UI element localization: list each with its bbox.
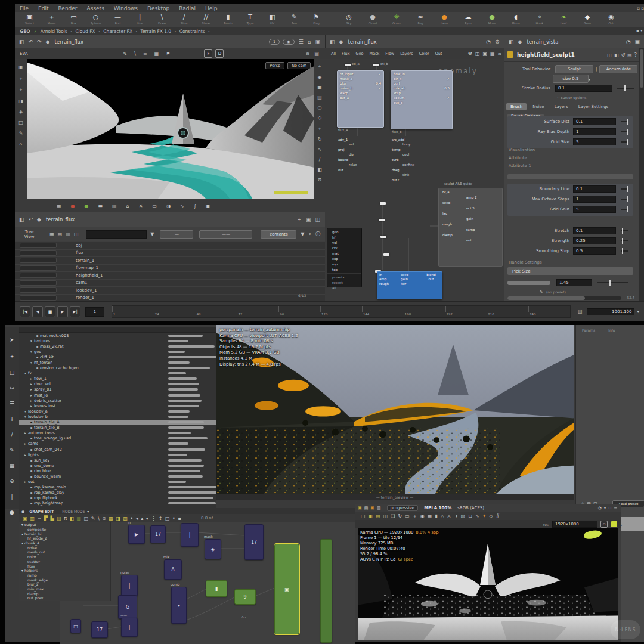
graph-node[interactable]: ▮ bbox=[206, 580, 227, 597]
network-node[interactable]: proj bbox=[337, 146, 379, 151]
graph-tree-row[interactable]: mesh_out bbox=[19, 550, 110, 555]
shelf-tool[interactable]: ▭ Box bbox=[63, 14, 85, 25]
menu-item[interactable]: File bbox=[20, 5, 29, 11]
network-box-node[interactable]: warp bbox=[338, 90, 383, 95]
pane-header-icon[interactable]: ⚙ bbox=[495, 39, 500, 45]
outliner-row[interactable]: ▸ out bbox=[19, 479, 216, 485]
network-box-node[interactable]: out_a bbox=[338, 95, 383, 100]
viewport-state-icon[interactable]: ◑ bbox=[166, 203, 171, 209]
display-option-icon[interactable]: ＋ bbox=[317, 125, 322, 132]
param-field[interactable]: 1 bbox=[573, 128, 616, 135]
graph-tool-icon[interactable]: ▛ bbox=[44, 516, 48, 521]
network-node[interactable]: lac bbox=[439, 210, 502, 215]
size-dropdown[interactable]: size 0.5 bbox=[553, 75, 589, 83]
network-node[interactable]: bound bbox=[337, 156, 379, 162]
tree-filter-input[interactable] bbox=[86, 230, 147, 239]
render-tool-icon[interactable]: ◬ bbox=[447, 513, 451, 519]
tree-row[interactable]: terrain_1 bbox=[15, 256, 325, 264]
param-header-icon[interactable]: ▤ bbox=[627, 52, 632, 58]
viewport-state-icon[interactable]: ● bbox=[85, 203, 89, 209]
graph-tree-row[interactable]: hf_erode_2 bbox=[19, 536, 110, 541]
pane-header-icon[interactable]: ◧ bbox=[509, 39, 514, 45]
render-header-icon[interactable]: ≡ bbox=[614, 506, 617, 510]
outliner-row[interactable]: ▪ rop_karma_clay bbox=[19, 490, 216, 496]
network-node[interactable]: rv_a bbox=[439, 188, 502, 194]
network-tab[interactable]: Out bbox=[435, 51, 442, 56]
tree-row[interactable]: heightfield_1 bbox=[15, 271, 325, 279]
outliner-row[interactable]: ▪ shot_cam_042 bbox=[19, 447, 216, 452]
render-tool-icon[interactable]: ✦ bbox=[482, 513, 487, 519]
pane-header-icon[interactable]: ⌂ bbox=[308, 39, 311, 45]
tool-icon[interactable]: ● bbox=[5, 509, 19, 515]
graph-node[interactable]: ◈ mask bbox=[205, 539, 221, 559]
param-slider[interactable] bbox=[621, 240, 628, 242]
render-tool-icon[interactable]: ▮ bbox=[435, 513, 437, 519]
param-tab[interactable]: Layer Settings bbox=[574, 103, 612, 110]
render-header-icon[interactable]: ▥ bbox=[377, 506, 381, 510]
graph-tree-row[interactable]: out_prev bbox=[19, 596, 110, 600]
tree-row[interactable]: render_1 bbox=[15, 294, 325, 302]
network-node[interactable]: confine bbox=[391, 162, 444, 167]
pane-header-icon[interactable]: ☰ bbox=[299, 39, 304, 45]
graph-node[interactable]: 17 bbox=[91, 621, 108, 638]
outliner-row[interactable]: ▪ env_dome bbox=[19, 463, 216, 468]
viewport-state-icon[interactable]: ▭ bbox=[152, 203, 157, 209]
param-header-icon[interactable]: ? bbox=[634, 52, 637, 58]
network-tab[interactable]: All bbox=[331, 51, 336, 56]
render-tool-icon[interactable]: ➔ bbox=[454, 513, 458, 519]
graph-node[interactable]: 17 bbox=[150, 525, 166, 543]
pick-size-bar[interactable]: Pick Size bbox=[507, 267, 633, 275]
outliner-row[interactable]: ▪ mat_rock.v003 bbox=[19, 333, 216, 338]
pane-header-icon[interactable]: ◧ bbox=[19, 39, 24, 45]
pane-header-icon[interactable]: ◫ bbox=[315, 216, 320, 222]
network-toolbar-icon[interactable]: ▣ bbox=[482, 51, 487, 57]
display-option-icon[interactable]: ↻ bbox=[318, 137, 322, 142]
graph-tree-row[interactable]: ▾ chunk_A bbox=[19, 541, 110, 546]
graph-node[interactable] bbox=[320, 539, 332, 643]
menu-item[interactable]: Desktop bbox=[147, 5, 169, 11]
viewport-state-icon[interactable]: ● bbox=[71, 203, 75, 209]
graph-tool-icon[interactable]: ◨ bbox=[116, 516, 120, 521]
render-tool-icon[interactable]: ▤ bbox=[376, 513, 380, 519]
param-field[interactable]: 1 bbox=[573, 196, 616, 203]
shelf-tool[interactable]: T Type bbox=[239, 14, 261, 25]
viewport-tool-icon[interactable]: \ bbox=[134, 51, 136, 57]
network-tab[interactable]: Flux bbox=[342, 51, 350, 56]
param-slider[interactable] bbox=[621, 141, 628, 143]
pane-header-icon[interactable]: ◆ bbox=[37, 216, 41, 222]
pane-header-icon[interactable]: ◔ bbox=[486, 39, 491, 45]
graph-tool-icon[interactable]: □ bbox=[165, 516, 170, 521]
viewport-side-icon[interactable]: ▣ bbox=[18, 64, 23, 70]
network-box-flux-b[interactable]: flow_indir_x✓curlmix_ab0.5stepaccum✓out_… bbox=[391, 70, 453, 129]
network-tab[interactable]: Color bbox=[419, 51, 429, 56]
graph-tool-icon[interactable]: ◧ bbox=[70, 516, 75, 521]
shelf-tool[interactable]: — Rod bbox=[107, 14, 129, 25]
shelf-tool-colored[interactable]: ◖ Moon bbox=[504, 14, 528, 25]
graph-tree-row[interactable]: flow bbox=[19, 564, 110, 568]
shelf-tool-colored[interactable]: ◎ Sky bbox=[337, 14, 361, 25]
tree-row[interactable]: cam1 bbox=[15, 279, 325, 287]
param-field[interactable]: 0.1 bbox=[573, 227, 616, 234]
transport-button[interactable]: ▶ bbox=[57, 306, 68, 317]
param-field[interactable]: 0.25 bbox=[573, 237, 616, 244]
network-toolbar-icon[interactable]: ≈ bbox=[498, 51, 502, 57]
param-vscrollbar[interactable] bbox=[639, 48, 644, 301]
network-box-node[interactable]: mix_ab0.5 bbox=[391, 85, 452, 90]
param-field[interactable]: 5 bbox=[573, 138, 616, 145]
viewport-side-icon[interactable]: ⌂ bbox=[19, 141, 22, 147]
palette-item[interactable]: presets bbox=[327, 274, 361, 279]
pane-header-icon[interactable]: ↶ bbox=[29, 216, 33, 222]
viewport-state-icon[interactable]: ✕ bbox=[139, 203, 143, 209]
render-tab[interactable]: progressive bbox=[387, 505, 419, 511]
palette-item[interactable]: hf bbox=[327, 234, 361, 239]
render-header-icon[interactable]: ◔ bbox=[598, 506, 602, 510]
graph-tool-icon[interactable]: ▦ bbox=[77, 516, 82, 521]
playbar-value-field[interactable]: 1001.100 bbox=[587, 308, 634, 315]
param-slider[interactable] bbox=[621, 121, 628, 122]
network-box-node[interactable]: mask_a bbox=[338, 76, 383, 80]
network-box-node[interactable]: flow_in bbox=[391, 71, 452, 76]
display-option-icon[interactable]: ⚙ bbox=[317, 177, 321, 182]
graph-tool-icon[interactable]: ▣ bbox=[23, 516, 28, 521]
network-node[interactable]: drag bbox=[391, 166, 444, 172]
render-tool-icon[interactable]: ◇ bbox=[489, 513, 493, 519]
